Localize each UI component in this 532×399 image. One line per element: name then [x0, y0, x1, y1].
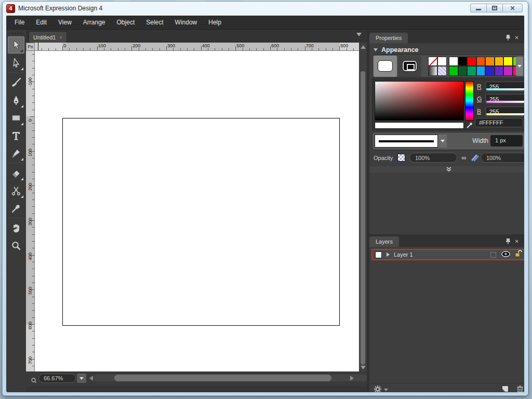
menu-view[interactable]: View	[52, 16, 77, 29]
layer-expand-icon[interactable]	[387, 252, 390, 257]
selection-tool[interactable]	[8, 36, 24, 54]
properties-panel-tab[interactable]: Properties	[369, 33, 408, 43]
color-swatch[interactable]	[458, 57, 468, 66]
new-layer-icon[interactable]	[501, 385, 509, 392]
panel-expander[interactable]	[369, 166, 524, 172]
fill-opacity-field[interactable]: 100%	[409, 153, 457, 163]
menu-edit[interactable]: Edit	[30, 16, 52, 29]
stroke-opacity-field[interactable]: 100%	[481, 153, 524, 163]
green-value-field[interactable]: 255	[485, 94, 524, 104]
color-swatch[interactable]	[495, 57, 504, 66]
saturation-value-square[interactable]	[375, 81, 464, 121]
maximize-button[interactable]	[486, 4, 502, 12]
zoom-tool[interactable]	[8, 237, 24, 254]
pan-tool[interactable]	[8, 219, 24, 236]
link-opacity-icon[interactable]: ∞	[461, 154, 466, 162]
layer-options-gear-icon[interactable]	[374, 385, 382, 393]
scroll-down-icon[interactable]	[361, 366, 366, 369]
color-swatch[interactable]	[467, 66, 476, 76]
color-swatch[interactable]	[467, 57, 476, 66]
hue-strip[interactable]	[465, 81, 474, 121]
direct-selection-tool[interactable]	[8, 54, 24, 71]
palette-dropdown-button[interactable]	[516, 57, 523, 76]
layer-lock-icon[interactable]	[514, 250, 522, 259]
color-swatch[interactable]	[485, 66, 495, 76]
transparency-checker-icon[interactable]	[397, 154, 405, 162]
pin-icon[interactable]	[506, 238, 511, 244]
red-value-field[interactable]: 255	[485, 82, 524, 91]
color-swatch[interactable]	[485, 57, 495, 66]
color-swatch[interactable]	[449, 66, 458, 76]
hex-color-field[interactable]: #FFFFFF	[475, 118, 523, 127]
layer-color-swatch[interactable]	[375, 251, 382, 258]
minimize-button[interactable]	[470, 4, 486, 12]
pen-tool[interactable]	[8, 91, 24, 109]
panel-close-icon[interactable]: ✕	[515, 238, 519, 244]
document-tab[interactable]: Untitled1 ×	[29, 31, 67, 43]
layer-row[interactable]: Layer 1	[371, 249, 524, 260]
layers-panel-tab[interactable]: Layers	[369, 236, 399, 247]
rectangle-tool[interactable]	[8, 109, 24, 126]
menu-file[interactable]: File	[9, 16, 30, 29]
tab-list-dropdown-icon[interactable]	[356, 33, 362, 36]
stroke-selector[interactable]	[398, 56, 421, 77]
artboard[interactable]	[62, 118, 340, 326]
delete-layer-trash-icon[interactable]	[516, 385, 524, 392]
color-swatch[interactable]	[458, 66, 468, 76]
layer-visibility-icon[interactable]	[501, 250, 510, 259]
vertical-scroll-thumb[interactable]	[361, 71, 365, 365]
menu-select[interactable]: Select	[140, 16, 169, 29]
menu-object[interactable]: Object	[111, 16, 141, 29]
stroke-style-dropdown-button[interactable]	[438, 135, 447, 148]
scissors-tool[interactable]	[8, 182, 24, 199]
gradient-swatch[interactable]	[428, 66, 437, 76]
vertical-scrollbar[interactable]	[359, 43, 367, 371]
tab-close-icon[interactable]: ×	[59, 35, 62, 40]
layer-select-checkbox[interactable]	[490, 252, 496, 258]
text-tool[interactable]	[8, 127, 24, 144]
pin-icon[interactable]	[506, 34, 511, 41]
collapse-triangle-icon[interactable]	[374, 48, 378, 51]
scroll-left-icon[interactable]	[89, 376, 93, 381]
pattern-swatch[interactable]	[437, 66, 447, 76]
gear-dropdown-icon[interactable]	[384, 389, 388, 391]
stroke-width-field[interactable]: 1 px	[490, 135, 523, 147]
panel-close-icon[interactable]: ✕	[515, 35, 519, 41]
none-swatch[interactable]	[428, 57, 437, 66]
zoom-dropdown-button[interactable]	[77, 374, 86, 383]
color-selection-cursor[interactable]	[376, 82, 379, 86]
menu-window[interactable]: Window	[169, 16, 203, 29]
horizontal-scroll-thumb[interactable]	[114, 375, 331, 381]
toolbox-grip[interactable]	[11, 32, 23, 34]
stroke-opacity-brush-icon[interactable]	[471, 153, 480, 164]
color-swatch[interactable]	[495, 66, 504, 76]
menu-help[interactable]: Help	[203, 16, 227, 29]
canvas[interactable]	[35, 51, 359, 371]
marker-brush-tool[interactable]	[8, 144, 24, 162]
white-swatch[interactable]	[437, 57, 447, 66]
zoom-level-field[interactable]: 66.67%	[38, 374, 76, 383]
color-swatch[interactable]	[503, 66, 513, 76]
blue-label[interactable]: B	[477, 108, 482, 115]
fill-selector[interactable]	[374, 56, 397, 77]
paintbrush-tool[interactable]	[8, 74, 24, 91]
ruler-unit-box[interactable]: Px	[26, 43, 35, 51]
scroll-up-icon[interactable]	[361, 45, 366, 49]
blue-value-field[interactable]: 255	[485, 107, 524, 116]
green-slider[interactable]	[486, 101, 524, 103]
red-label[interactable]: R	[477, 83, 482, 90]
eyedropper-icon[interactable]	[465, 122, 474, 129]
blue-slider[interactable]	[486, 113, 524, 115]
color-swatch[interactable]	[476, 57, 486, 66]
close-button[interactable]: ✕	[502, 4, 523, 12]
color-swatch[interactable]	[503, 57, 513, 66]
eraser-tool[interactable]	[8, 164, 24, 181]
menu-arrange[interactable]: Arrange	[77, 16, 111, 29]
scroll-right-icon[interactable]	[350, 376, 354, 381]
eyedropper-tool[interactable]	[8, 200, 24, 217]
title-bar[interactable]: 4 Microsoft Expression Design 4 ✕	[3, 2, 528, 15]
green-label[interactable]: G	[477, 96, 482, 103]
stroke-style-preview[interactable]	[375, 135, 438, 148]
red-slider[interactable]	[486, 88, 524, 90]
horizontal-scrollbar[interactable]	[94, 375, 368, 381]
